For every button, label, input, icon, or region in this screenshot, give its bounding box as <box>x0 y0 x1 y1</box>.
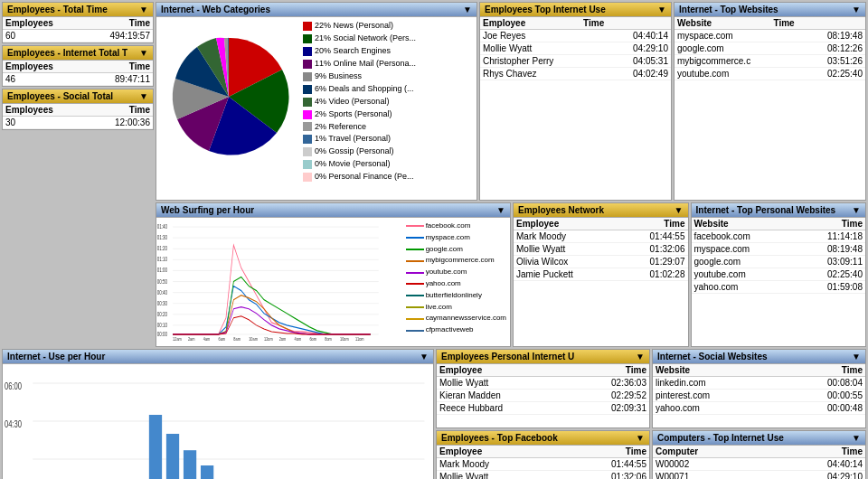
internet-total-dropdown-icon[interactable]: ▼ <box>139 48 148 58</box>
pie-chart <box>159 20 299 178</box>
top-social-dropdown-icon[interactable]: ▼ <box>675 205 684 215</box>
legend-item-finance: 0% Personal Finance (Pe... <box>303 171 416 183</box>
web-surfing-dropdown-icon[interactable]: ▼ <box>496 205 505 215</box>
table-row: Kieran Madden02:29:52 <box>437 390 649 402</box>
internet-total-header[interactable]: Employees - Internet Total T ▼ <box>3 46 153 61</box>
social-websites-dropdown-icon[interactable]: ▼ <box>852 352 861 362</box>
svg-text:00:50: 00:50 <box>157 278 168 285</box>
svg-text:4am: 4am <box>203 335 211 341</box>
table-row: Joe Reyes04:40:14 <box>480 30 671 42</box>
internet-total-title: Employees - Internet Total T <box>7 48 127 58</box>
computers-top-header[interactable]: Computers - Top Internet Use ▼ <box>653 431 865 446</box>
table-row: google.com03:09:11 <box>692 256 866 268</box>
top-social-panel: Employees Network ▼ Employee Time Mark M… <box>513 202 689 347</box>
legend-item-cayman: caymannewsservice.com <box>406 313 506 324</box>
top-facebook-panel: Employees - Top Facebook ▼ Employee Time… <box>436 430 650 479</box>
top-social-title: Employees Network <box>518 205 604 215</box>
total-time-header[interactable]: Employees - Total Time ▼ <box>3 3 153 17</box>
social-websites-scroll[interactable]: linkedin.com00:08:04 pinterest.com00:00:… <box>653 377 865 417</box>
top-facebook-col-header: Employee Time <box>437 446 649 458</box>
svg-text:00:40: 00:40 <box>157 289 168 296</box>
legend-item-travel: 1% Travel (Personal) <box>303 133 416 146</box>
table-row: facebook.com11:14:18 <box>692 230 866 243</box>
use-per-hour-header[interactable]: Internet - Use per Hour ▼ <box>3 350 433 364</box>
top-personal-dropdown-icon[interactable]: ▼ <box>636 352 645 362</box>
total-time-panel: Employees - Total Time ▼ Employees Time … <box>2 2 154 43</box>
computers-top-scroll[interactable]: W0000204:40:14 W0007104:29:10 W0006404:0… <box>653 458 865 479</box>
legend-item-sports: 2% Sports (Personal) <box>303 108 416 121</box>
social-websites-panel: Internet - Social Websites ▼ Website Tim… <box>652 349 866 428</box>
top-personal-header[interactable]: Employees Personal Internet U ▼ <box>437 350 649 364</box>
table-row: myspace.com08:19:48 <box>675 30 865 42</box>
svg-text:10pm: 10pm <box>340 335 349 341</box>
svg-text:01:30: 01:30 <box>157 234 168 240</box>
top-personal-scroll[interactable]: Mollie Wyatt02:36:03 Kieran Madden02:29:… <box>437 377 649 417</box>
table-row: google.com08:12:26 <box>675 42 865 55</box>
top-internet-header[interactable]: Employees Top Internet Use ▼ <box>480 3 671 17</box>
social-websites-header[interactable]: Internet - Social Websites ▼ <box>653 350 865 364</box>
table-row: W0000204:40:14 <box>653 458 865 471</box>
table-row: Reece Hubbard02:09:31 <box>437 402 649 415</box>
svg-text:00:20: 00:20 <box>157 311 168 317</box>
svg-text:04:30: 04:30 <box>5 418 22 429</box>
top-personal-panel: Employees Personal Internet U ▼ Employee… <box>436 349 650 428</box>
web-categories-dropdown-icon[interactable]: ▼ <box>463 5 472 14</box>
computers-top-panel: Computers - Top Internet Use ▼ Computer … <box>652 430 866 479</box>
computers-top-title: Computers - Top Internet Use <box>657 433 784 443</box>
svg-text:06:00: 06:00 <box>5 380 22 391</box>
top-internet-scroll[interactable]: Joe Reyes04:40:14 Mollie Wyatt04:29:10 C… <box>480 30 671 191</box>
top-websites-dropdown-icon[interactable]: ▼ <box>852 5 861 14</box>
top-websites-header[interactable]: Internet - Top Websites ▼ <box>675 3 865 17</box>
top-facebook-title: Employees - Top Facebook <box>441 433 558 443</box>
legend-item-cfpm: cfpmactiveweb <box>406 324 506 336</box>
svg-text:00:30: 00:30 <box>157 300 168 306</box>
top-internet-title: Employees Top Internet Use <box>485 5 606 14</box>
use-per-hour-title: Internet - Use per Hour <box>7 352 105 362</box>
total-time-dropdown-icon[interactable]: ▼ <box>139 5 148 14</box>
computers-top-dropdown-icon[interactable]: ▼ <box>852 433 861 443</box>
web-surfing-header[interactable]: Web Surfing per Hour ▼ <box>156 203 510 218</box>
svg-text:01:40: 01:40 <box>157 223 168 230</box>
top-personal-web-dropdown-icon[interactable]: ▼ <box>852 205 861 215</box>
top-facebook-dropdown-icon[interactable]: ▼ <box>636 433 645 443</box>
table-row: Mollie Wyatt01:32:06 <box>437 471 649 479</box>
legend-item-youtube: youtube.com <box>406 267 506 278</box>
internet-total-row: 46 89:47:11 <box>3 73 153 86</box>
top-personal-col-header: Employee Time <box>437 364 649 377</box>
table-row: mybigcommerce.c03:51:26 <box>675 55 865 68</box>
top-facebook-scroll[interactable]: Mark Moody01:44:55 Mollie Wyatt01:32:06 … <box>437 458 649 479</box>
social-websites-title: Internet - Social Websites <box>657 352 768 362</box>
web-categories-header[interactable]: Internet - Web Categories ▼ <box>156 3 476 17</box>
svg-rect-43 <box>184 450 196 479</box>
web-surfing-panel: Web Surfing per Hour ▼ 01:40 01:30 01:20… <box>156 202 511 347</box>
legend-item-facebook: facebook.com <box>406 221 506 232</box>
top-facebook-header[interactable]: Employees - Top Facebook ▼ <box>437 431 649 446</box>
top-websites-scroll[interactable]: myspace.com08:19:48 google.com08:12:26 m… <box>675 30 865 191</box>
top-social-scroll[interactable]: Mark Moody01:44:55 Mollie Wyatt01:32:06 … <box>514 230 688 335</box>
top-personal-web-scroll[interactable]: facebook.com11:14:18 myspace.com08:19:48… <box>692 230 866 335</box>
legend-item-business: 9% Business <box>303 70 416 83</box>
web-categories-legend: 22% News (Personal) 21% Social Network (… <box>303 20 416 192</box>
total-time-col-header: Employees Time <box>3 17 153 30</box>
table-row: Olivia Wilcox02:00:20 <box>437 415 649 417</box>
table-row: Rhys Chavez04:02:49 <box>480 68 671 80</box>
use-per-hour-dropdown-icon[interactable]: ▼ <box>420 352 429 362</box>
top-personal-web-panel: Internet - Top Personal Websites ▼ Websi… <box>691 202 867 347</box>
top-social-col-header: Employee Time <box>514 218 688 230</box>
top-personal-web-header[interactable]: Internet - Top Personal Websites ▼ <box>692 203 866 218</box>
legend-item-live: live.com <box>406 302 506 314</box>
table-row: linkedin.com00:08:04 <box>653 377 865 390</box>
top-websites-panel: Internet - Top Websites ▼ Website Time m… <box>674 2 866 201</box>
use-per-hour-chart: 06:00 04:30 12am 2am 4am 6am 8 <box>3 364 433 479</box>
top-social-header[interactable]: Employees Network ▼ <box>514 203 688 218</box>
table-row: W0007104:29:10 <box>653 471 865 479</box>
computers-top-col-header: Computer Time <box>653 446 865 458</box>
legend-item-search: 20% Search Engines <box>303 45 416 58</box>
top-internet-dropdown-icon[interactable]: ▼ <box>657 5 666 14</box>
svg-rect-42 <box>166 434 179 479</box>
svg-text:8am: 8am <box>233 335 241 341</box>
social-total-header[interactable]: Employees - Social Total ▼ <box>3 89 153 104</box>
legend-item-mail: 11% Online Mail (Persona... <box>303 58 416 70</box>
social-total-dropdown-icon[interactable]: ▼ <box>139 91 148 101</box>
svg-text:00:10: 00:10 <box>157 322 168 328</box>
